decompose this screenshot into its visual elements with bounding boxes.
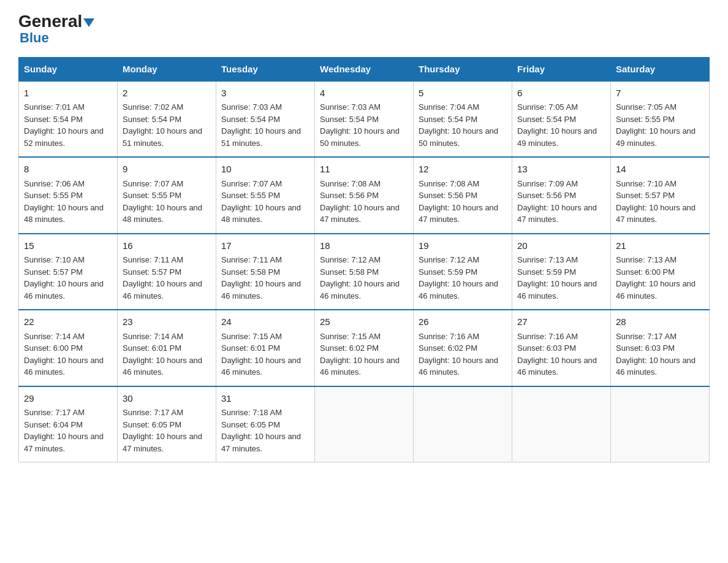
calendar-header-thursday: Thursday <box>414 57 512 81</box>
day-number: 31 <box>221 392 309 406</box>
day-number: 12 <box>419 163 507 177</box>
calendar-header-tuesday: Tuesday <box>216 57 315 81</box>
calendar-cell: 18Sunrise: 7:12 AMSunset: 5:58 PMDayligh… <box>315 234 414 310</box>
calendar-cell: 31Sunrise: 7:18 AMSunset: 6:05 PMDayligh… <box>216 386 315 462</box>
day-info: Sunrise: 7:08 AMSunset: 5:56 PMDaylight:… <box>419 179 498 224</box>
calendar-cell: 17Sunrise: 7:11 AMSunset: 5:58 PMDayligh… <box>216 234 315 310</box>
calendar-cell <box>414 386 512 462</box>
calendar-header-wednesday: Wednesday <box>315 57 414 81</box>
day-number: 26 <box>419 315 507 329</box>
day-info: Sunrise: 7:01 AMSunset: 5:54 PMDaylight:… <box>24 102 104 148</box>
calendar-cell: 11Sunrise: 7:08 AMSunset: 5:56 PMDayligh… <box>315 157 414 234</box>
day-number: 19 <box>419 239 507 253</box>
calendar-week-row: 29Sunrise: 7:17 AMSunset: 6:04 PMDayligh… <box>19 386 710 462</box>
calendar-cell: 16Sunrise: 7:11 AMSunset: 5:57 PMDayligh… <box>118 234 216 310</box>
day-info: Sunrise: 7:03 AMSunset: 5:54 PMDaylight:… <box>221 102 301 148</box>
day-info: Sunrise: 7:11 AMSunset: 5:57 PMDaylight:… <box>123 255 202 301</box>
calendar-cell: 25Sunrise: 7:15 AMSunset: 6:02 PMDayligh… <box>315 310 414 386</box>
day-info: Sunrise: 7:13 AMSunset: 5:59 PMDaylight:… <box>517 255 597 301</box>
day-info: Sunrise: 7:10 AMSunset: 5:57 PMDaylight:… <box>24 255 104 301</box>
calendar-week-row: 1Sunrise: 7:01 AMSunset: 5:54 PMDaylight… <box>19 81 710 158</box>
day-number: 15 <box>24 239 112 253</box>
day-info: Sunrise: 7:16 AMSunset: 6:02 PMDaylight:… <box>419 332 498 377</box>
calendar-cell <box>512 386 611 462</box>
day-number: 21 <box>616 239 704 253</box>
day-info: Sunrise: 7:12 AMSunset: 5:58 PMDaylight:… <box>320 255 400 301</box>
day-number: 2 <box>123 86 211 101</box>
page-header: General Blue <box>18 12 710 46</box>
day-number: 30 <box>123 392 211 406</box>
day-info: Sunrise: 7:14 AMSunset: 6:00 PMDaylight:… <box>24 332 104 377</box>
calendar-cell: 22Sunrise: 7:14 AMSunset: 6:00 PMDayligh… <box>19 310 118 386</box>
calendar-cell: 8Sunrise: 7:06 AMSunset: 5:55 PMDaylight… <box>19 157 118 234</box>
day-number: 25 <box>320 315 408 329</box>
day-number: 3 <box>221 86 309 101</box>
calendar-header-friday: Friday <box>512 57 611 81</box>
day-info: Sunrise: 7:17 AMSunset: 6:03 PMDaylight:… <box>616 332 696 377</box>
day-number: 4 <box>320 86 408 101</box>
day-info: Sunrise: 7:17 AMSunset: 6:04 PMDaylight:… <box>24 408 104 453</box>
calendar-header-sunday: Sunday <box>19 57 118 81</box>
day-number: 29 <box>24 392 112 406</box>
calendar-week-row: 22Sunrise: 7:14 AMSunset: 6:00 PMDayligh… <box>19 310 710 386</box>
day-info: Sunrise: 7:03 AMSunset: 5:54 PMDaylight:… <box>320 102 400 148</box>
logo-bottom: Blue <box>18 30 49 46</box>
calendar-cell: 7Sunrise: 7:05 AMSunset: 5:55 PMDaylight… <box>611 81 710 158</box>
day-info: Sunrise: 7:08 AMSunset: 5:56 PMDaylight:… <box>320 179 400 224</box>
calendar-cell <box>315 386 414 462</box>
day-info: Sunrise: 7:17 AMSunset: 6:05 PMDaylight:… <box>123 408 202 453</box>
calendar-cell: 27Sunrise: 7:16 AMSunset: 6:03 PMDayligh… <box>512 310 611 386</box>
day-number: 22 <box>24 315 112 329</box>
calendar-cell: 23Sunrise: 7:14 AMSunset: 6:01 PMDayligh… <box>118 310 216 386</box>
day-number: 5 <box>419 86 507 101</box>
calendar-cell: 10Sunrise: 7:07 AMSunset: 5:55 PMDayligh… <box>216 157 315 234</box>
day-info: Sunrise: 7:06 AMSunset: 5:55 PMDaylight:… <box>24 179 104 224</box>
calendar-cell: 12Sunrise: 7:08 AMSunset: 5:56 PMDayligh… <box>414 157 512 234</box>
calendar-cell: 26Sunrise: 7:16 AMSunset: 6:02 PMDayligh… <box>414 310 512 386</box>
calendar-table: SundayMondayTuesdayWednesdayThursdayFrid… <box>18 57 710 463</box>
calendar-cell: 4Sunrise: 7:03 AMSunset: 5:54 PMDaylight… <box>315 81 414 158</box>
calendar-cell: 15Sunrise: 7:10 AMSunset: 5:57 PMDayligh… <box>19 234 118 310</box>
calendar-header-saturday: Saturday <box>611 57 710 81</box>
day-number: 18 <box>320 239 408 253</box>
day-number: 20 <box>517 239 605 253</box>
calendar-header-row: SundayMondayTuesdayWednesdayThursdayFrid… <box>19 57 710 81</box>
day-info: Sunrise: 7:14 AMSunset: 6:01 PMDaylight:… <box>123 332 202 377</box>
day-info: Sunrise: 7:09 AMSunset: 5:56 PMDaylight:… <box>517 179 597 224</box>
day-info: Sunrise: 7:04 AMSunset: 5:54 PMDaylight:… <box>419 102 498 148</box>
calendar-cell: 21Sunrise: 7:13 AMSunset: 6:00 PMDayligh… <box>611 234 710 310</box>
day-number: 7 <box>616 86 704 101</box>
day-number: 8 <box>24 163 112 177</box>
calendar-week-row: 15Sunrise: 7:10 AMSunset: 5:57 PMDayligh… <box>19 234 710 310</box>
day-info: Sunrise: 7:07 AMSunset: 5:55 PMDaylight:… <box>221 179 301 224</box>
day-number: 1 <box>24 86 112 101</box>
day-number: 23 <box>123 315 211 329</box>
calendar-week-row: 8Sunrise: 7:06 AMSunset: 5:55 PMDaylight… <box>19 157 710 234</box>
day-info: Sunrise: 7:02 AMSunset: 5:54 PMDaylight:… <box>123 102 202 148</box>
day-number: 13 <box>517 163 605 177</box>
calendar-header-monday: Monday <box>118 57 216 81</box>
calendar-cell: 1Sunrise: 7:01 AMSunset: 5:54 PMDaylight… <box>19 81 118 158</box>
day-info: Sunrise: 7:07 AMSunset: 5:55 PMDaylight:… <box>123 179 202 224</box>
day-info: Sunrise: 7:05 AMSunset: 5:55 PMDaylight:… <box>616 102 696 148</box>
day-info: Sunrise: 7:15 AMSunset: 6:02 PMDaylight:… <box>320 332 400 377</box>
calendar-cell: 3Sunrise: 7:03 AMSunset: 5:54 PMDaylight… <box>216 81 315 158</box>
logo: General Blue <box>18 12 94 46</box>
calendar-cell: 20Sunrise: 7:13 AMSunset: 5:59 PMDayligh… <box>512 234 611 310</box>
calendar-cell: 9Sunrise: 7:07 AMSunset: 5:55 PMDaylight… <box>118 157 216 234</box>
day-number: 16 <box>123 239 211 253</box>
day-number: 6 <box>517 86 605 101</box>
day-number: 14 <box>616 163 704 177</box>
calendar-cell: 19Sunrise: 7:12 AMSunset: 5:59 PMDayligh… <box>414 234 512 310</box>
day-number: 28 <box>616 315 704 329</box>
day-info: Sunrise: 7:11 AMSunset: 5:58 PMDaylight:… <box>221 255 301 301</box>
calendar-cell: 5Sunrise: 7:04 AMSunset: 5:54 PMDaylight… <box>414 81 512 158</box>
day-info: Sunrise: 7:18 AMSunset: 6:05 PMDaylight:… <box>221 408 301 453</box>
logo-top: General <box>18 12 94 31</box>
day-number: 24 <box>221 315 309 329</box>
calendar-cell <box>611 386 710 462</box>
day-info: Sunrise: 7:15 AMSunset: 6:01 PMDaylight:… <box>221 332 301 377</box>
day-info: Sunrise: 7:13 AMSunset: 6:00 PMDaylight:… <box>616 255 696 301</box>
calendar-cell: 24Sunrise: 7:15 AMSunset: 6:01 PMDayligh… <box>216 310 315 386</box>
calendar-cell: 29Sunrise: 7:17 AMSunset: 6:04 PMDayligh… <box>19 386 118 462</box>
